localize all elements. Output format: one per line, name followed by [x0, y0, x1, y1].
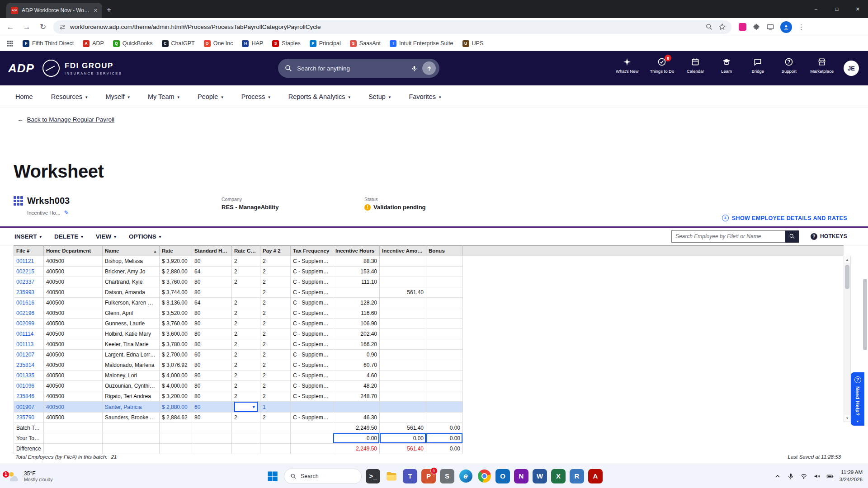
file-number-link[interactable]: 002099 [16, 320, 34, 327]
device-toolbar-icon[interactable] [766, 23, 774, 31]
nav-item-setup[interactable]: Setup▾ [368, 93, 391, 100]
cell-tax[interactable]: C - Suppleme... [291, 339, 333, 350]
file-explorer-icon[interactable] [384, 469, 399, 483]
cell-std[interactable]: 80 [192, 308, 232, 319]
acrobat-icon[interactable]: A [588, 469, 603, 483]
cell-rate[interactable]: $ 3,760.00 [160, 277, 192, 287]
cell-tax[interactable]: C - Suppleme... [291, 287, 333, 298]
cell-rate[interactable]: $ 2,700.00 [160, 350, 192, 360]
nav-item-favorites[interactable]: Favorites▾ [409, 93, 441, 100]
mic-icon[interactable] [411, 65, 418, 72]
bookmark-item[interactable]: SStaples [272, 40, 301, 47]
nav-item-resources[interactable]: Resources▾ [51, 93, 88, 100]
pinned-extension-icon[interactable] [739, 23, 746, 31]
column-header[interactable]: Standard Ho... [192, 246, 232, 256]
cell-rateco[interactable] [232, 287, 260, 298]
header-item-question-circle[interactable]: Support [779, 57, 799, 74]
cell-std[interactable]: 80 [192, 391, 232, 402]
cell-pay2[interactable]: 2 [260, 308, 291, 319]
cell-rate[interactable]: $ 4,000.00 [160, 371, 192, 381]
cell-bonus[interactable] [426, 308, 463, 319]
cell-hours[interactable]: 106.90 [333, 319, 380, 329]
column-header[interactable]: Home Department [44, 246, 103, 256]
cell-bonus[interactable] [426, 298, 463, 308]
header-item-sparkle[interactable]: What's New [616, 57, 638, 74]
file-number-link[interactable]: 002196 [16, 310, 34, 316]
cell-rate[interactable]: $ 3,760.00 [160, 319, 192, 329]
global-search-input[interactable] [297, 65, 406, 72]
nav-item-my-team[interactable]: My Team▾ [148, 93, 179, 100]
cell-bonus[interactable] [426, 360, 463, 371]
cell-amount[interactable] [380, 329, 426, 339]
cell-std[interactable]: 80 [192, 256, 232, 267]
cell-pay2[interactable]: 2 [260, 360, 291, 371]
cell-tax[interactable]: C - Suppleme... [291, 277, 333, 287]
cell-rate[interactable]: $ 3,520.00 [160, 308, 192, 319]
need-help-button[interactable]: ? Need Help? ▾ [851, 372, 864, 426]
column-header[interactable]: Rate Co... [232, 246, 260, 256]
volume-icon[interactable] [813, 473, 821, 480]
forward-button[interactable]: → [21, 23, 33, 32]
rate-code-dropdown[interactable]: ▾ [234, 402, 258, 412]
cell-amount[interactable] [380, 402, 426, 413]
employee-row[interactable]: 235814400500Maldonado, Marlena$ 3,076.92… [14, 360, 844, 371]
nav-item-home[interactable]: Home [15, 93, 33, 100]
cell-dept[interactable]: 400500 [44, 371, 103, 381]
totals-bonus[interactable]: 0.00 [426, 433, 463, 444]
cell-std[interactable]: 80 [192, 277, 232, 287]
window-close-button[interactable]: ✕ [847, 0, 868, 18]
cell-dept[interactable]: 400500 [44, 360, 103, 371]
cell-pay2[interactable]: 2 [260, 329, 291, 339]
totals-amount[interactable]: 0.00 [380, 433, 426, 444]
bookmark-item[interactable]: CChatGPT [162, 40, 195, 47]
cell-std[interactable]: 80 [192, 287, 232, 298]
employee-row[interactable]: 001616400500Fulkerson, Karen Danz$ 3,136… [14, 298, 844, 308]
cell-tax[interactable]: C - Suppleme... [291, 371, 333, 381]
cell-bonus[interactable] [426, 267, 463, 277]
cell-amount[interactable] [380, 277, 426, 287]
cell-name[interactable]: Ouzounian, Cynthia ... [103, 381, 160, 391]
cell-file-number[interactable]: 001121 [14, 256, 44, 267]
cell-tax[interactable]: C - Suppleme... [291, 308, 333, 319]
chrome-icon[interactable] [477, 469, 491, 483]
cell-file-number[interactable]: 002099 [14, 319, 44, 329]
cell-amount[interactable]: 561.40 [380, 287, 426, 298]
cell-file-number[interactable]: 002215 [14, 267, 44, 277]
cell-pay2[interactable]: 2 [260, 256, 291, 267]
cell-rate[interactable]: $ 2,880.00 [160, 402, 192, 413]
employee-row[interactable]: 002099400500Gunness, Laurie$ 3,760.00802… [14, 319, 844, 329]
header-item-calendar[interactable]: Calendar [685, 57, 705, 74]
cell-std[interactable]: 64 [192, 267, 232, 277]
cell-hours[interactable]: 153.40 [333, 267, 380, 277]
cell-std[interactable]: 64 [192, 298, 232, 308]
cell-rate[interactable]: $ 3,200.00 [160, 391, 192, 402]
window-maximize-button[interactable]: □ [826, 0, 847, 18]
file-number-link[interactable]: 235790 [16, 414, 34, 421]
cell-hours[interactable]: 60.70 [333, 360, 380, 371]
cell-bonus[interactable] [426, 256, 463, 267]
cell-file-number[interactable]: 001616 [14, 298, 44, 308]
cell-std[interactable]: 60 [192, 350, 232, 360]
cell-std[interactable]: 80 [192, 360, 232, 371]
cell-pay2[interactable]: 2 [260, 381, 291, 391]
cell-name[interactable]: Gunness, Laurie [103, 319, 160, 329]
cell-tax[interactable]: C - Suppleme... [291, 381, 333, 391]
cell-rate[interactable]: $ 3,780.00 [160, 339, 192, 350]
browser-menu-icon[interactable]: ⋮ [798, 23, 805, 31]
cell-rateco[interactable]: 2 [232, 329, 260, 339]
bookmark-item[interactable]: HHAP [242, 40, 263, 47]
cell-pay2[interactable]: 1 [260, 402, 291, 413]
cell-bonus[interactable] [426, 413, 463, 423]
employee-row[interactable]: 235993400500Datson, Amanda$ 3,744.00802C… [14, 287, 844, 298]
column-header[interactable]: Name▲ [103, 246, 160, 256]
employee-row[interactable]: 001335400500Maloney, Lori$ 4,000.008022C… [14, 371, 844, 381]
cell-rateco[interactable]: 2 [232, 381, 260, 391]
cell-std[interactable]: 60 [192, 402, 232, 413]
cell-pay2[interactable]: 2 [260, 319, 291, 329]
remote-desktop-icon[interactable]: R [570, 469, 584, 483]
cell-bonus[interactable] [426, 381, 463, 391]
nav-item-reports-analytics[interactable]: Reports & Analytics▾ [288, 93, 350, 100]
cell-rateco[interactable]: 2 [232, 360, 260, 371]
cell-name[interactable]: Maldonado, Marlena [103, 360, 160, 371]
back-to-payroll-link[interactable]: ← Back to Manage Regular Payroll [17, 116, 114, 123]
